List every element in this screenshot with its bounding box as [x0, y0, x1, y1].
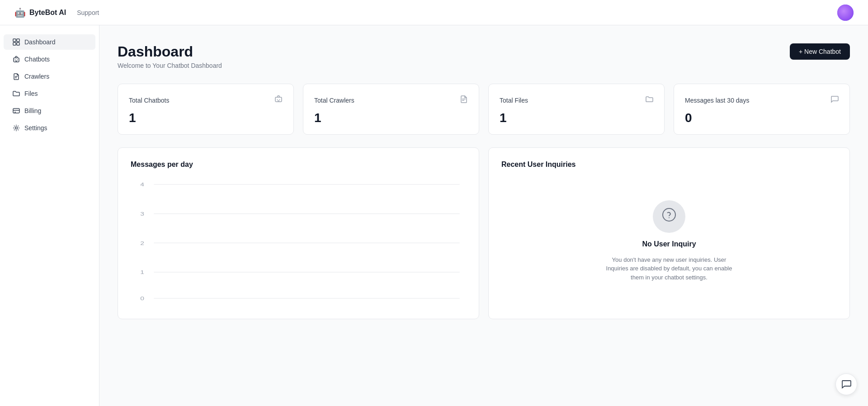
layout: Dashboard Chatbots	[0, 0, 868, 406]
stat-value-messages: 0	[685, 111, 839, 125]
inquiries-empty-state: No User Inquiry You don't have any new u…	[501, 178, 837, 304]
svg-rect-3	[17, 42, 19, 45]
sidebar: Dashboard Chatbots	[0, 25, 99, 406]
messages-chart-panel: Messages per day 4 3 2 1 0	[118, 147, 479, 319]
stat-label-crawlers: Total Crawlers	[314, 97, 354, 104]
svg-point-6	[17, 60, 18, 61]
page-title-group: Dashboard Welcome to Your Chatbot Dashbo…	[118, 43, 222, 69]
top-nav: 🤖 ByteBot AI Support	[0, 0, 868, 25]
folder-icon	[13, 90, 20, 97]
chart-svg: 4 3 2 1 0	[131, 178, 466, 304]
stat-value-crawlers: 1	[314, 111, 468, 125]
svg-text:2: 2	[140, 240, 144, 246]
nav-left: 🤖 ByteBot AI Support	[14, 7, 99, 18]
empty-title: No User Inquiry	[642, 240, 696, 248]
sidebar-item-dashboard[interactable]: Dashboard	[4, 34, 95, 50]
svg-point-5	[15, 60, 16, 61]
support-link[interactable]: Support	[77, 9, 99, 16]
brand-name: ByteBot AI	[29, 9, 66, 17]
stat-label-chatbots: Total Chatbots	[129, 97, 170, 104]
gear-icon	[13, 124, 20, 132]
svg-point-14	[277, 99, 278, 100]
bot-icon	[13, 56, 20, 63]
svg-rect-2	[13, 42, 16, 45]
chatbots-stat-icon	[274, 95, 283, 105]
svg-rect-0	[13, 39, 16, 42]
sidebar-label-dashboard: Dashboard	[24, 38, 56, 46]
new-chatbot-button[interactable]: + New Chatbot	[790, 43, 850, 60]
page-subtitle: Welcome to Your Chatbot Dashboard	[118, 62, 222, 69]
svg-rect-9	[13, 109, 19, 113]
empty-icon-circle	[653, 200, 685, 233]
page-title: Dashboard	[118, 43, 222, 60]
svg-text:3: 3	[140, 211, 144, 217]
svg-text:0: 0	[140, 295, 144, 302]
chart-title: Messages per day	[131, 161, 466, 169]
stat-header-chatbots: Total Chatbots	[129, 95, 283, 105]
stat-header-crawlers: Total Crawlers	[314, 95, 468, 105]
svg-text:1: 1	[140, 269, 144, 275]
sidebar-label-chatbots: Chatbots	[24, 56, 50, 63]
chart-area: 4 3 2 1 0	[131, 178, 466, 304]
sidebar-item-settings[interactable]: Settings	[4, 120, 95, 136]
stat-label-files: Total Files	[500, 97, 528, 104]
avatar-image	[837, 5, 854, 21]
svg-rect-1	[17, 39, 19, 42]
stat-header-messages: Messages last 30 days	[685, 95, 839, 105]
stat-card-chatbots: Total Chatbots 1	[118, 84, 294, 135]
stat-header-files: Total Files	[500, 95, 653, 105]
question-icon	[662, 208, 676, 225]
stat-value-chatbots: 1	[129, 111, 283, 125]
sidebar-item-crawlers[interactable]: Crawlers	[4, 69, 95, 84]
chat-fab[interactable]	[835, 373, 857, 395]
inquiries-panel: Recent User Inquiries No User Inquiry Yo…	[488, 147, 850, 319]
sidebar-label-settings: Settings	[24, 124, 47, 132]
svg-text:4: 4	[140, 181, 144, 188]
main-content: Dashboard Welcome to Your Chatbot Dashbo…	[99, 25, 868, 406]
stat-card-crawlers: Total Crawlers 1	[303, 84, 479, 135]
sidebar-item-chatbots[interactable]: Chatbots	[4, 52, 95, 67]
sidebar-label-billing: Billing	[24, 107, 41, 114]
stat-card-messages: Messages last 30 days 0	[674, 84, 850, 135]
svg-point-15	[279, 99, 280, 100]
brand: 🤖 ByteBot AI	[14, 7, 66, 18]
stats-grid: Total Chatbots 1 Total Cra	[118, 84, 850, 135]
brand-icon: 🤖	[14, 7, 26, 18]
sidebar-item-billing[interactable]: Billing	[4, 103, 95, 118]
avatar[interactable]	[837, 5, 854, 21]
svg-point-29	[669, 217, 670, 218]
files-stat-icon	[645, 95, 653, 105]
bottom-grid: Messages per day 4 3 2 1 0	[118, 147, 850, 319]
messages-stat-icon	[830, 95, 839, 105]
svg-point-28	[663, 208, 675, 221]
crawlers-stat-icon	[460, 95, 468, 105]
empty-description: You don't have any new user inquiries. U…	[601, 255, 737, 282]
stat-card-files: Total Files 1	[488, 84, 665, 135]
crawlers-icon	[13, 73, 20, 80]
page-header: Dashboard Welcome to Your Chatbot Dashbo…	[118, 43, 850, 69]
card-icon	[13, 107, 20, 114]
inquiries-title: Recent User Inquiries	[501, 161, 837, 169]
sidebar-label-crawlers: Crawlers	[24, 73, 49, 80]
svg-point-12	[15, 127, 18, 129]
stat-label-messages: Messages last 30 days	[685, 97, 749, 104]
grid-icon	[13, 38, 20, 46]
sidebar-item-files[interactable]: Files	[4, 86, 95, 101]
sidebar-label-files: Files	[24, 90, 38, 97]
stat-value-files: 1	[500, 111, 653, 125]
